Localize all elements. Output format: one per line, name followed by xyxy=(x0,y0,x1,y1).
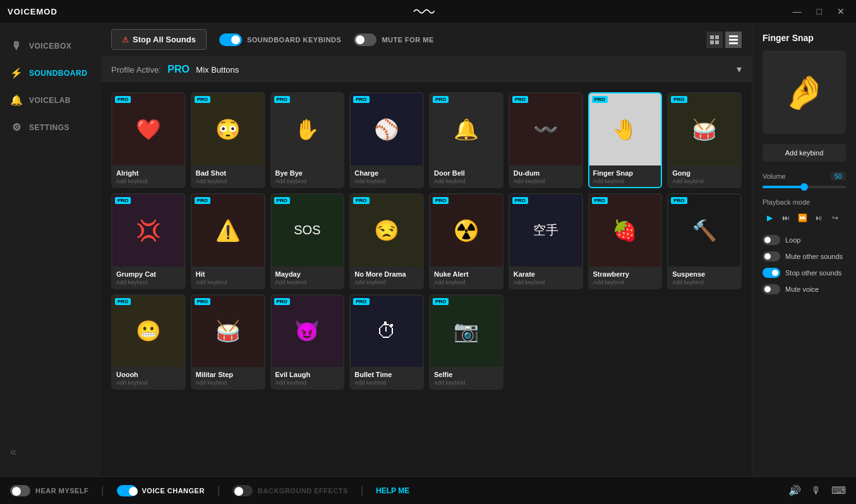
play-button[interactable]: ▶ xyxy=(763,211,776,225)
sound-card-keybind-strawberry[interactable]: Add keybind xyxy=(593,279,658,285)
sound-card-keybind-suspense[interactable]: Add keybind xyxy=(672,279,737,285)
sound-card-keybind-uoooh[interactable]: Add keybind xyxy=(116,380,181,386)
sound-card-keybind-doorbell[interactable]: Add keybind xyxy=(434,178,498,184)
sound-emoji-suspense: 🔨 xyxy=(692,219,717,243)
list-view-button[interactable] xyxy=(725,32,742,48)
mute-for-me-toggle[interactable] xyxy=(354,33,377,46)
sound-card-strawberry[interactable]: PRO 🍓 Strawberry Add keybind xyxy=(588,193,663,289)
sound-card-gong[interactable]: PRO 🥁 Gong Add keybind xyxy=(667,92,742,188)
sound-card-militarstep[interactable]: PRO 🥁 Militar Step Add keybind xyxy=(191,294,265,390)
app-logo: VOICEMOD xyxy=(8,7,57,16)
hear-myself-toggle[interactable] xyxy=(10,485,30,496)
sound-card-keybind-badshot[interactable]: Add keybind xyxy=(196,178,260,184)
skip-forward-button[interactable]: ⏭ xyxy=(779,211,793,225)
sound-card-karate[interactable]: PRO 空手 Karate Add keybind xyxy=(509,193,583,289)
sound-card-keybind-charge[interactable]: Add keybind xyxy=(354,178,419,184)
sidebar-collapse-button[interactable]: « xyxy=(0,438,101,466)
add-keybind-button[interactable]: Add keybind xyxy=(763,144,846,162)
sound-card-keybind-byebye[interactable]: Add keybind xyxy=(275,178,340,184)
pro-badge-strawberry: PRO xyxy=(592,197,608,204)
stop-all-sounds-button[interactable]: ⚠ Stop All Sounds xyxy=(111,29,207,50)
sound-card-keybind-fingersnap[interactable]: Add keybind xyxy=(593,178,658,184)
profile-bar[interactable]: Profile Active: PRO Mix Buttons ▾ xyxy=(101,57,752,82)
pro-badge-alright: PRO xyxy=(115,96,131,103)
sound-card-name-grumpycat: Grumpy Cat xyxy=(116,270,181,278)
sound-card-name-charge: Charge xyxy=(354,169,419,177)
content-area: ⚠ Stop All Sounds SOUNDBOARD KEYBINDS MU… xyxy=(101,23,752,476)
grid-view-button[interactable] xyxy=(706,32,723,48)
sound-card-dudum[interactable]: PRO 〰️ Du-dum Add keybind xyxy=(509,92,583,188)
svg-rect-2 xyxy=(710,40,714,44)
stop-other-sounds-toggle[interactable] xyxy=(763,268,780,278)
sound-card-hit[interactable]: PRO ⚠️ Hit Add keybind xyxy=(191,193,265,289)
sound-card-selfie[interactable]: PRO 📷 Selfie Add keybind xyxy=(429,294,503,390)
voice-changer-toggle[interactable] xyxy=(117,485,137,496)
sound-card-charge[interactable]: PRO ⚾ Charge Add keybind xyxy=(349,92,424,188)
sound-card-byebye[interactable]: PRO ✋ Bye Bye Add keybind xyxy=(270,92,345,188)
sidebar-item-soundboard[interactable]: ⚡ SOUNDBOARD xyxy=(0,59,101,87)
sound-card-keybind-bullettime[interactable]: Add keybind xyxy=(354,380,419,386)
sound-card-nukealert[interactable]: PRO ☢️ Nuke Alert Add keybind xyxy=(429,193,503,289)
soundboard-keybinds-toggle[interactable] xyxy=(219,33,242,46)
sound-card-keybind-nomoredrama[interactable]: Add keybind xyxy=(354,279,419,285)
pro-badge-badshot: PRO xyxy=(195,96,210,103)
pro-badge-nomoredrama: PRO xyxy=(353,197,369,204)
sound-card-image-mayday: PRO SOS xyxy=(272,195,344,267)
sound-card-alright[interactable]: PRO ❤️ Alright Add keybind xyxy=(111,92,186,188)
sound-card-evillaugh[interactable]: PRO 😈 Evil Laugh Add keybind xyxy=(270,294,345,390)
close-button[interactable]: ✕ xyxy=(833,6,848,17)
sound-emoji-dudum: 〰️ xyxy=(533,117,558,141)
mute-voice-toggle[interactable] xyxy=(763,284,780,294)
profile-pro-badge: PRO xyxy=(167,64,190,75)
sidebar-item-voicelab[interactable]: 🔔 VOICELAB xyxy=(0,87,101,114)
playback-mode-label: Playback mode xyxy=(763,198,846,206)
pro-badge-suspense: PRO xyxy=(671,197,687,204)
minimize-button[interactable]: — xyxy=(789,6,805,17)
soundboard-keybinds-label: SOUNDBOARD KEYBINDS xyxy=(247,36,341,44)
sound-card-fingersnap[interactable]: PRO 🤚 Finger Snap Add keybind xyxy=(588,92,663,188)
sound-card-keybind-militarstep[interactable]: Add keybind xyxy=(196,380,260,386)
fast-forward-button[interactable]: ⏩ xyxy=(795,211,809,225)
sound-emoji-badshot: 😳 xyxy=(215,117,241,141)
microphone-bottom-icon[interactable]: 🎙 xyxy=(811,485,821,496)
keyboard-icon[interactable]: ⌨ xyxy=(831,484,846,496)
sound-card-keybind-grumpycat[interactable]: Add keybind xyxy=(116,279,181,285)
volume-slider[interactable] xyxy=(763,186,846,188)
sound-card-keybind-nukealert[interactable]: Add keybind xyxy=(434,279,498,285)
sound-card-keybind-dudum[interactable]: Add keybind xyxy=(514,178,578,184)
sound-card-nomoredrama[interactable]: PRO 😒 No More Drama Add keybind xyxy=(349,193,424,289)
sound-card-image-alright: PRO ❤️ xyxy=(112,93,184,165)
sidebar-item-settings[interactable]: ⚙ SETTINGS xyxy=(0,114,101,141)
sound-card-name-strawberry: Strawberry xyxy=(593,270,658,278)
sound-card-keybind-mayday[interactable]: Add keybind xyxy=(275,279,340,285)
repeat-button[interactable]: ↪ xyxy=(828,211,842,225)
sound-card-keybind-evillaugh[interactable]: Add keybind xyxy=(275,380,340,386)
maximize-button[interactable]: □ xyxy=(813,6,826,17)
sound-emoji-hit: ⚠️ xyxy=(215,219,241,243)
sound-card-keybind-hit[interactable]: Add keybind xyxy=(196,279,260,285)
sound-card-keybind-alright[interactable]: Add keybind xyxy=(116,178,181,184)
sound-grid-container: PRO ❤️ Alright Add keybind PRO 😳 Bad Sho… xyxy=(101,82,752,476)
help-label[interactable]: HELP ME xyxy=(376,486,409,495)
sound-card-keybind-gong[interactable]: Add keybind xyxy=(672,178,737,184)
sound-card-uoooh[interactable]: PRO 😬 Uoooh Add keybind xyxy=(111,294,186,390)
sound-emoji-grumpycat: 💢 xyxy=(136,219,161,243)
sound-card-doorbell[interactable]: PRO 🔔 Door Bell Add keybind xyxy=(429,92,503,188)
mute-other-sounds-toggle[interactable] xyxy=(763,251,780,261)
sound-card-name-alright: Alright xyxy=(116,169,181,177)
bell-icon: 🔔 xyxy=(10,94,23,106)
volume-icon[interactable]: 🔊 xyxy=(788,484,801,496)
play-pause-button[interactable]: ⏯ xyxy=(812,211,826,225)
loop-toggle[interactable] xyxy=(763,235,780,245)
sound-card-keybind-selfie[interactable]: Add keybind xyxy=(434,380,498,386)
sound-card-bullettime[interactable]: PRO ⏱ Bullet Time Add keybind xyxy=(349,294,424,390)
sound-card-keybind-karate[interactable]: Add keybind xyxy=(514,279,578,285)
sound-card-name-hit: Hit xyxy=(196,270,260,278)
sound-card-suspense[interactable]: PRO 🔨 Suspense Add keybind xyxy=(667,193,742,289)
sidebar-item-voicebox[interactable]: 🎙 VOICEBOX xyxy=(0,33,101,59)
sound-card-mayday[interactable]: PRO SOS Mayday Add keybind xyxy=(270,193,345,289)
sound-card-badshot[interactable]: PRO 😳 Bad Shot Add keybind xyxy=(191,92,265,188)
logo-icon xyxy=(411,5,436,18)
bg-effects-toggle[interactable] xyxy=(232,485,253,496)
sound-card-grumpycat[interactable]: PRO 💢 Grumpy Cat Add keybind xyxy=(111,193,186,289)
